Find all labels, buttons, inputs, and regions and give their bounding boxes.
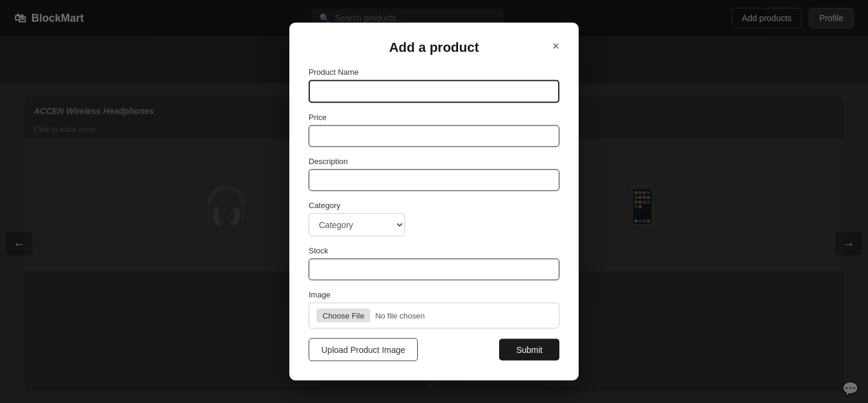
modal-close-button[interactable]: × bbox=[552, 40, 559, 52]
product-name-input[interactable] bbox=[309, 80, 559, 103]
description-input[interactable] bbox=[309, 170, 559, 191]
stock-label: Stock bbox=[309, 246, 559, 255]
image-group: Image Choose File No file chosen bbox=[309, 290, 559, 329]
no-file-text: No file chosen bbox=[375, 311, 424, 320]
description-label: Description bbox=[309, 157, 559, 166]
file-input-wrapper: Choose File No file chosen bbox=[309, 303, 559, 329]
description-group: Description bbox=[309, 157, 559, 191]
category-select[interactable]: Category Electronics Fashion Food Sports… bbox=[309, 214, 405, 236]
price-label: Price bbox=[309, 113, 559, 122]
stock-input[interactable] bbox=[309, 259, 559, 281]
image-label: Image bbox=[309, 290, 559, 299]
price-input[interactable] bbox=[309, 125, 559, 147]
modal-footer: Upload Product Image Submit bbox=[309, 338, 559, 361]
product-name-group: Product Name bbox=[309, 68, 559, 103]
category-label: Category bbox=[309, 201, 559, 210]
product-name-label: Product Name bbox=[309, 68, 559, 77]
stock-group: Stock bbox=[309, 246, 559, 281]
submit-button[interactable]: Submit bbox=[499, 339, 559, 361]
price-group: Price bbox=[309, 113, 559, 147]
add-product-modal: Add a product × Product Name Price Descr… bbox=[289, 23, 579, 381]
choose-file-button[interactable]: Choose File bbox=[316, 309, 370, 323]
modal-header: Add a product × bbox=[309, 40, 559, 56]
upload-product-image-button[interactable]: Upload Product Image bbox=[309, 338, 418, 361]
category-group: Category Category Electronics Fashion Fo… bbox=[309, 201, 559, 236]
modal-title: Add a product bbox=[389, 40, 479, 56]
